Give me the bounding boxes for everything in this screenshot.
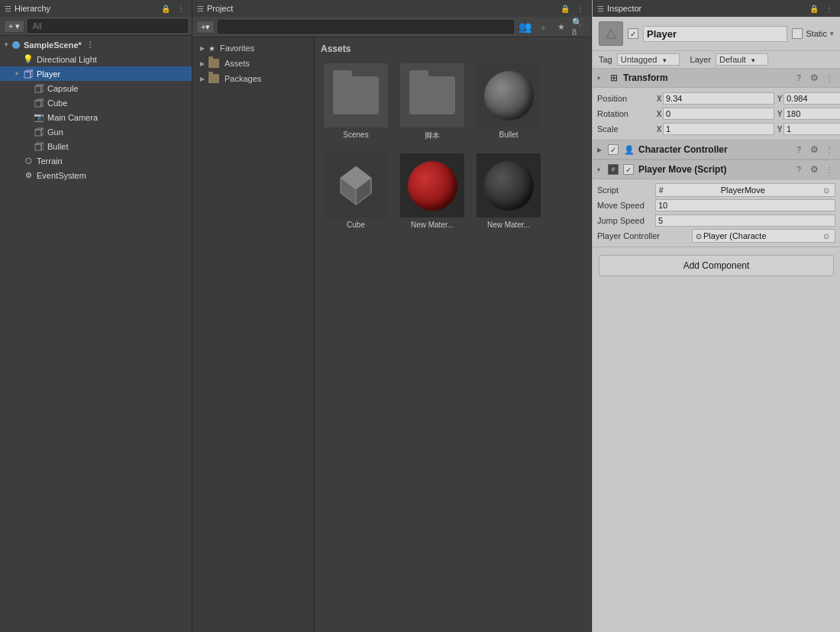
asset-item-material-red[interactable]: New Mater...	[397, 150, 467, 232]
player-controller-target-icon[interactable]: ⊙	[821, 231, 832, 241]
scenes-thumb	[324, 63, 388, 127]
player-move-help-icon[interactable]: ?	[793, 163, 805, 176]
move-speed-input[interactable]	[655, 199, 835, 211]
player-move-body: Script # PlayerMove ⊙ Move Speed Jump Sp…	[593, 179, 840, 247]
tag-layer-row: Tag Untagged ▾ Layer Default ▾	[593, 51, 840, 69]
terrain-label: Terrain	[37, 156, 63, 166]
hierarchy-item-gun[interactable]: Gun	[0, 124, 192, 139]
player-controller-field[interactable]: ⊙ Player (Characte ⊙	[692, 229, 835, 243]
favorites-arrow: ▶	[199, 45, 206, 52]
char-ctrl-enable-checkbox[interactable]	[608, 144, 619, 155]
script-target-icon[interactable]: ⊙	[821, 185, 832, 195]
black-material-icon	[484, 161, 534, 211]
cube-label: Cube	[47, 98, 67, 108]
player-move-more-icon[interactable]: ⋮	[823, 163, 835, 176]
player-move-enable-checkbox[interactable]	[623, 164, 634, 175]
inspector-object-header: Static ▾	[593, 17, 840, 51]
rotation-y-input[interactable]	[783, 108, 840, 120]
char-ctrl-actions: ? ⚙ ⋮	[793, 143, 835, 156]
char-ctrl-help-icon[interactable]: ?	[793, 143, 805, 156]
project-add-button[interactable]: +▾	[196, 21, 215, 34]
inspector-more-icon[interactable]: ⋮	[823, 2, 835, 15]
asset-item-cube[interactable]: Cube	[321, 150, 391, 232]
cube-arrow	[23, 98, 32, 108]
project-search-input[interactable]	[218, 20, 514, 34]
sidebar-item-packages[interactable]: ▶ Packages	[192, 71, 314, 86]
asset-item-scenes[interactable]: Scenes	[321, 60, 391, 144]
camera-arrow	[23, 113, 32, 122]
hierarchy-toolbar: + ▾	[0, 17, 192, 36]
character-controller-header[interactable]: ▶ 👤 Character Controller ? ⚙ ⋮	[593, 140, 840, 160]
asset-item-bullet[interactable]: Bullet	[473, 60, 544, 144]
scene-options-icon[interactable]: ⋮	[85, 40, 95, 50]
position-y-input[interactable]	[783, 92, 840, 105]
jump-speed-input[interactable]	[655, 214, 835, 227]
bullet-thumb	[477, 63, 541, 127]
svg-rect-6	[35, 101, 41, 107]
project-lock-icon[interactable]: 🔒	[559, 2, 571, 15]
scale-xyz-group: X Y Z	[655, 123, 840, 135]
scene-root-item[interactable]: ▾ SampleScene* ⋮	[0, 37, 192, 52]
project-more-icon[interactable]: ⋮	[574, 2, 586, 15]
project-filter-icon[interactable]: ⬨	[535, 19, 551, 34]
transform-header[interactable]: ▾ ⊞ Transform ? ⚙ ⋮	[593, 69, 840, 88]
svg-marker-8	[41, 99, 44, 107]
char-ctrl-collapse-arrow: ▶	[597, 147, 605, 153]
hierarchy-item-capsule[interactable]: Capsule	[0, 81, 192, 95]
camera-icon: 📷	[34, 112, 44, 123]
project-packages-icon[interactable]: 👥	[517, 19, 532, 34]
hierarchy-more-icon[interactable]: ⋮	[175, 2, 187, 15]
project-star-icon[interactable]: ★	[554, 19, 569, 34]
layer-dropdown[interactable]: Default ▾	[716, 53, 768, 66]
tag-dropdown[interactable]: Untagged ▾	[617, 53, 680, 66]
static-dropdown-arrow[interactable]: ▾	[830, 30, 834, 37]
sidebar-item-assets[interactable]: ▶ Assets	[192, 56, 314, 71]
asset-item-material-black[interactable]: New Mater...	[473, 150, 544, 232]
player-move-settings-icon[interactable]: ⚙	[808, 163, 820, 176]
hierarchy-add-button[interactable]: + ▾	[4, 20, 24, 33]
hierarchy-item-player[interactable]: ▾ Player	[0, 66, 192, 81]
hierarchy-search-input[interactable]	[27, 19, 188, 33]
player-active-checkbox[interactable]	[628, 28, 638, 39]
packages-label: Packages	[225, 74, 261, 83]
hierarchy-item-terrain[interactable]: ⬡ Terrain	[0, 153, 192, 168]
script-value: PlayerMove	[721, 185, 765, 195]
gun-cube-icon	[34, 127, 44, 137]
player-move-title: Player Move (Script)	[638, 164, 790, 175]
scene-collapse-arrow: ▾	[2, 40, 11, 50]
project-sidebar: ▶ ★ Favorites ▶ Assets ▶ Packages	[192, 37, 315, 632]
rotation-x-input[interactable]	[663, 108, 774, 120]
project-panel-header: ☰ Project 🔒 ⋮	[192, 0, 591, 17]
position-x-input[interactable]	[663, 92, 774, 105]
scale-y-input[interactable]	[783, 123, 840, 135]
char-ctrl-settings-icon[interactable]: ⚙	[808, 143, 820, 156]
position-xyz-group: X Y Z	[655, 92, 840, 105]
inspector-title: Inspector	[607, 4, 641, 13]
svg-rect-9	[35, 130, 41, 136]
project-body: ▶ ★ Favorites ▶ Assets ▶ Packages	[192, 37, 591, 632]
inspector-lock-icon[interactable]: 🔒	[808, 2, 820, 15]
transform-more-icon[interactable]: ⋮	[823, 72, 835, 84]
asset-item-scripts[interactable]: 脚本	[397, 60, 467, 144]
transform-body: Position X Y Z	[593, 88, 840, 140]
project-search-icon[interactable]: 🔍8	[572, 19, 587, 34]
hierarchy-item-directional-light[interactable]: 💡 Directional Light	[0, 52, 192, 66]
hierarchy-item-main-camera[interactable]: 📷 Main Camera	[0, 110, 192, 124]
sidebar-item-favorites[interactable]: ▶ ★ Favorites	[192, 40, 314, 56]
project-toolbar: +▾ 👥 ⬨ ★ 🔍8	[192, 17, 591, 37]
layer-dropdown-arrow: ▾	[751, 56, 755, 64]
script-value-field[interactable]: # PlayerMove ⊙	[655, 183, 835, 197]
hierarchy-item-cube[interactable]: Cube	[0, 95, 192, 110]
transform-help-icon[interactable]: ?	[793, 72, 805, 84]
svg-marker-11	[41, 128, 44, 136]
hierarchy-lock-icon[interactable]: 🔒	[160, 2, 172, 15]
add-component-button[interactable]: Add Component	[599, 255, 834, 276]
hierarchy-item-event-system[interactable]: ⚙ EventSystem	[0, 168, 192, 182]
player-move-header[interactable]: ▾ # Player Move (Script) ? ⚙ ⋮	[593, 160, 840, 179]
hierarchy-item-bullet[interactable]: Bullet	[0, 139, 192, 153]
transform-settings-icon[interactable]: ⚙	[808, 72, 820, 84]
static-checkbox[interactable]	[792, 28, 803, 39]
player-name-input[interactable]	[643, 26, 787, 42]
scale-x-input[interactable]	[663, 123, 774, 135]
char-ctrl-more-icon[interactable]: ⋮	[823, 143, 835, 156]
